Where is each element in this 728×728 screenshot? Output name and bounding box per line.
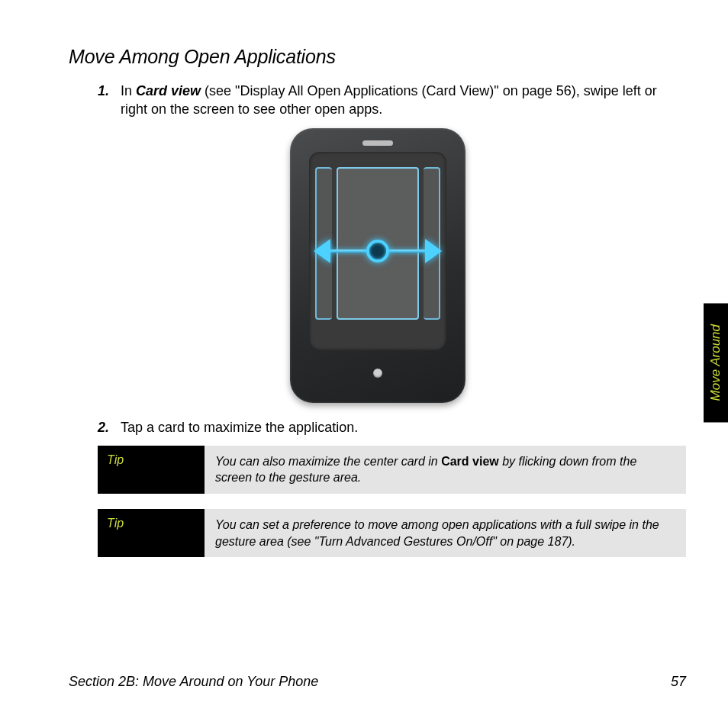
figure [69, 128, 686, 403]
arrow-right-icon [425, 239, 442, 263]
step-number: 2. [98, 418, 121, 436]
steps-list: 1. In Card view (see "Display All Open A… [69, 82, 686, 119]
text: Tap a card to maximize the application. [121, 420, 358, 435]
steps-list: 2. Tap a card to maximize the applicatio… [69, 418, 686, 436]
home-button-icon [373, 369, 382, 378]
phone-illustration [290, 128, 465, 403]
text: (see "Display All Open Applications (Car… [121, 83, 657, 117]
tip-box: Tip You can also maximize the center car… [98, 446, 686, 494]
arrow-left-icon [314, 239, 330, 263]
page-footer: Section 2B: Move Around on Your Phone 57 [69, 674, 686, 690]
footer-section: Section 2B: Move Around on Your Phone [69, 674, 318, 690]
speaker-icon [362, 140, 393, 146]
tip-label: Tip [98, 446, 205, 494]
bold: Card view [441, 455, 499, 468]
step-2: 2. Tap a card to maximize the applicatio… [98, 418, 686, 436]
text: In [121, 83, 136, 98]
side-tab: Move Around [704, 303, 728, 422]
step-body: In Card view (see "Display All Open Appl… [121, 82, 686, 119]
tip-body: You can set a preference to move among o… [205, 509, 686, 557]
tip-label: Tip [98, 509, 205, 557]
step-number: 1. [98, 82, 121, 119]
tip-body: You can also maximize the center card in… [205, 446, 686, 494]
text: You can also maximize the center card in [215, 455, 441, 468]
step-body: Tap a card to maximize the application. [121, 418, 686, 436]
emphasis: Card view [136, 83, 201, 98]
footer-page: 57 [671, 674, 686, 690]
swipe-arrow [314, 241, 442, 261]
touch-point-icon [366, 240, 389, 263]
step-1: 1. In Card view (see "Display All Open A… [98, 82, 686, 119]
section-heading: Move Among Open Applications [69, 46, 686, 68]
phone-screen [309, 152, 446, 350]
tip-box: Tip You can set a preference to move amo… [98, 509, 686, 557]
text: You can set a preference to move among o… [215, 518, 659, 548]
